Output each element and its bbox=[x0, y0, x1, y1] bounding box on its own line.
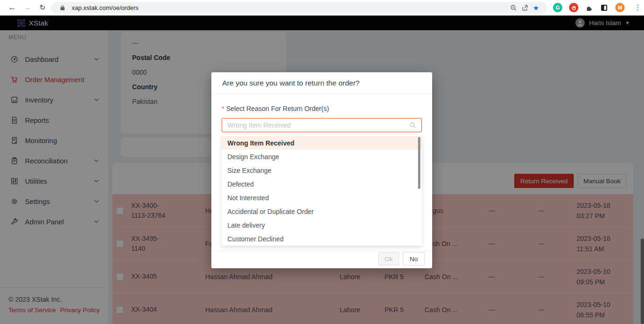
ok-button[interactable]: Ok bbox=[378, 252, 399, 265]
reason-field-label: *Select Reason For Return Order(s) bbox=[222, 105, 422, 112]
reason-option-defected[interactable]: Defected bbox=[222, 177, 422, 191]
browser-forward-button[interactable]: → bbox=[21, 0, 34, 15]
reason-option-not-interested[interactable]: Not Interested bbox=[222, 191, 422, 205]
address-bar[interactable]: xap.xstak.com/oe/orders ★ bbox=[51, 2, 547, 14]
browser-back-button[interactable]: ← bbox=[6, 0, 19, 15]
no-button[interactable]: No bbox=[403, 252, 425, 265]
modal-header: Are you sure you want to return the orde… bbox=[211, 72, 432, 94]
reason-select-placeholder: Wrong Item Received bbox=[227, 121, 291, 129]
url-text: xap.xstak.com/oe/orders bbox=[72, 4, 139, 11]
search-icon bbox=[410, 122, 416, 128]
reason-select[interactable]: Wrong Item Received bbox=[222, 118, 422, 132]
reason-option-size-exchange[interactable]: Size Exchange bbox=[222, 163, 422, 177]
screenshot-root: XStak' Haris Islam ▼ --- Postal Code 000… bbox=[0, 0, 644, 324]
reason-dropdown: Wrong Item ReceivedDesign ExchangeSize E… bbox=[222, 135, 422, 246]
reason-option-customer-declined[interactable]: Customer Declined bbox=[222, 232, 422, 246]
dark-reader-extension-icon[interactable] bbox=[600, 4, 608, 12]
modal-footer: Ok No bbox=[211, 251, 432, 268]
modal-title: Are you sure you want to return the orde… bbox=[222, 79, 360, 87]
reason-option-wrong-item-received[interactable]: Wrong Item Received bbox=[222, 136, 422, 150]
bookmark-star-icon[interactable]: ★ bbox=[530, 2, 542, 14]
zoom-icon[interactable] bbox=[508, 2, 519, 14]
browser-menu-icon[interactable]: ⋮ bbox=[632, 0, 644, 15]
return-order-modal: Are you sure you want to return the orde… bbox=[211, 72, 432, 268]
profile-avatar-icon[interactable]: M bbox=[615, 3, 625, 12]
grammarly-extension-icon[interactable]: G bbox=[553, 3, 562, 12]
share-icon[interactable] bbox=[519, 2, 530, 14]
modal-body: *Select Reason For Return Order(s) Wrong… bbox=[211, 94, 432, 132]
required-asterisk: * bbox=[222, 105, 224, 112]
adblock-hand-extension-icon[interactable] bbox=[569, 3, 578, 12]
reason-option-late-delivery[interactable]: Late delivery bbox=[222, 218, 422, 232]
reason-option-design-exchange[interactable]: Design Exchange bbox=[222, 150, 422, 163]
lock-icon bbox=[57, 2, 68, 14]
reason-option-accidental-or-duplicate-order[interactable]: Accidental or Duplicate Order bbox=[222, 205, 422, 218]
browser-reload-button[interactable]: ↻ bbox=[36, 0, 49, 15]
browser-toolbar: ← → ↻ xap.xstak.com/oe/orders bbox=[0, 0, 644, 16]
dropdown-scrollbar-thumb[interactable] bbox=[418, 137, 420, 189]
extensions-puzzle-icon[interactable] bbox=[585, 4, 593, 12]
